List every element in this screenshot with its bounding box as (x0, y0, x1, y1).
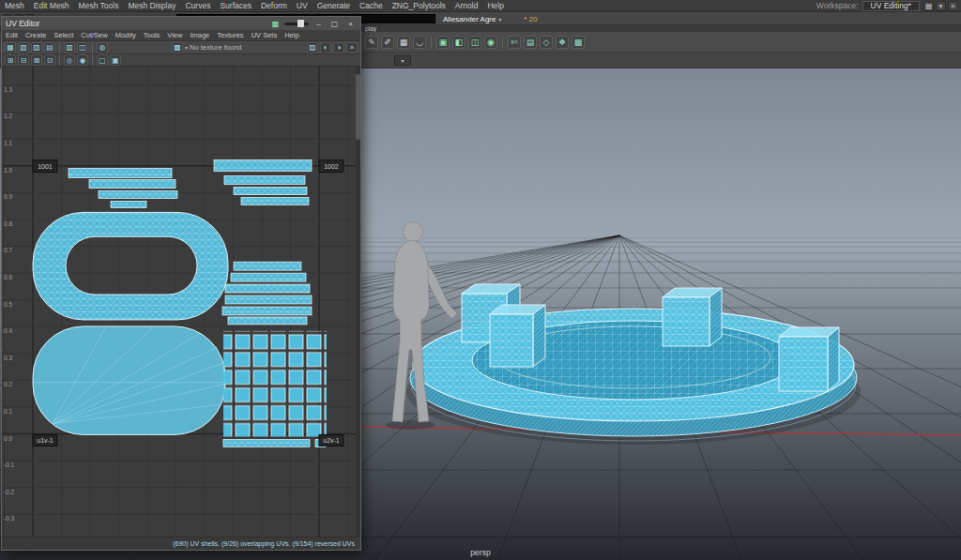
uv-tile-icon[interactable]: ▢ (97, 54, 108, 66)
svg-text:-0.1: -0.1 (4, 462, 15, 468)
uv-distortion-shader-icon[interactable]: ◍ (97, 42, 108, 53)
svg-text:-0.2: -0.2 (4, 489, 15, 495)
figure-head (404, 222, 423, 242)
snap-magnet-icon[interactable]: ◡ (413, 36, 426, 49)
clock-icon: ◔ (522, 13, 527, 24)
uv-base-shell[interactable] (33, 326, 225, 435)
uv-planar-map-icon[interactable]: ◧ (452, 36, 465, 49)
renderer-combo-value: Aliesander Agre (443, 15, 496, 23)
uv-optimize-icon[interactable]: ❖ (556, 36, 569, 49)
uv-pin-icon[interactable]: ▥ (64, 42, 75, 53)
menu-icon[interactable]: ≡ (948, 1, 958, 11)
svg-text:1002: 1002 (324, 163, 339, 170)
bookmark-icon[interactable]: ▾ (936, 1, 946, 11)
separator (431, 37, 432, 48)
viewport-menu-fragment[interactable]: play (365, 25, 376, 32)
workspace-icons: ▦▾≡ (923, 1, 958, 11)
uv-gamma-icon[interactable]: ◑ (333, 42, 344, 53)
pencil-tool-icon[interactable]: ✎ (365, 36, 378, 49)
fountain-pillar[interactable] (490, 305, 545, 367)
uv-view-shade-icon[interactable]: ⊡ (44, 54, 55, 66)
uv-options-icon[interactable]: ▩ (270, 19, 281, 28)
svg-text:1.0: 1.0 (4, 167, 12, 174)
menu-item[interactable]: Generate (313, 0, 355, 12)
uv-view-border-icon[interactable]: ⊠ (31, 54, 42, 66)
menu-item[interactable]: Mesh (0, 0, 29, 12)
texture-checker-icon[interactable]: ▩ (172, 42, 183, 53)
uv-lattice-tool-icon[interactable]: ▦ (5, 42, 16, 53)
uv-layout-icon[interactable]: ▩ (572, 36, 585, 49)
uv-grab-icon[interactable]: ▤ (44, 42, 55, 53)
uv-scrollbar[interactable] (356, 67, 360, 537)
uv-menu-item[interactable]: Tools (140, 31, 164, 39)
uv-menu-item[interactable]: Modify (112, 31, 140, 39)
uv-view-grid-icon[interactable]: ⊞ (5, 54, 16, 66)
minimize-button[interactable]: – (313, 19, 325, 29)
uv-unfold-icon[interactable]: ◇ (540, 36, 553, 49)
uv-cube-map-icon[interactable]: ▣ (436, 36, 450, 49)
chevron-down-icon: ▾ (185, 44, 188, 51)
uv-menu-item[interactable]: Create (22, 31, 51, 39)
layout-grid-icon[interactable]: ▦ (923, 1, 934, 11)
menu-item[interactable]: Arnold (450, 0, 483, 12)
main-menubar: MeshEdit MeshMesh ToolsMesh DisplayCurve… (0, 0, 961, 12)
uv-editor-menubar: EditCreateSelectCut/SewModifyToolsViewIm… (2, 30, 360, 41)
uv-menu-item[interactable]: Image (186, 31, 213, 39)
uv-scrollbar-handle[interactable] (356, 74, 360, 140)
svg-text:u1v-1: u1v-1 (37, 437, 53, 444)
menu-item[interactable]: Deform (256, 0, 292, 12)
menu-item[interactable]: Cache (355, 0, 388, 12)
uv-menu-item[interactable]: Help (281, 31, 302, 39)
uv-move-sew-icon[interactable]: ▧ (18, 42, 29, 53)
maximize-button[interactable]: ▢ (328, 19, 341, 29)
uv-pin-all-icon[interactable]: ◫ (77, 42, 88, 53)
menu-item[interactable]: Curves (180, 0, 215, 12)
uv-view-checker-icon[interactable]: ⊟ (18, 54, 29, 66)
uv-cut-icon[interactable]: ✄ (508, 36, 521, 49)
menu-item[interactable]: Mesh Tools (74, 0, 124, 12)
uv-menu-item[interactable]: View (163, 31, 186, 39)
renderer-combo[interactable]: Aliesander Agre ▾ (443, 13, 502, 24)
uv-image-icon[interactable]: ▨ (307, 42, 318, 53)
uv-menu-item[interactable]: Select (50, 31, 77, 39)
menu-item[interactable]: ZNG_Polytools (388, 0, 450, 12)
texture-combo[interactable]: ▩ ▾ No texture found (172, 42, 241, 53)
uv-highlight-icon[interactable]: ◉ (77, 54, 88, 66)
uv-canvas[interactable]: 1.31.21.11.00.90.80.70.60.50.40.30.20.10… (2, 67, 360, 537)
svg-text:0.9: 0.9 (4, 193, 12, 200)
workspace-label: Workspace: (816, 1, 859, 10)
uv-shells[interactable] (33, 160, 327, 447)
uv-sew-icon[interactable]: ▤ (524, 36, 537, 49)
marker-tool-icon[interactable]: ✐ (381, 36, 394, 49)
menu-item[interactable]: Help (482, 0, 508, 12)
close-button[interactable]: × (344, 19, 357, 29)
uv-ring-shell[interactable] (33, 212, 228, 320)
menu-item[interactable]: Edit Mesh (29, 0, 74, 12)
timer-widget[interactable]: ◔ 20 (522, 13, 538, 24)
svg-text:0.1: 0.1 (4, 408, 12, 415)
uv-cylinder-map-icon[interactable]: ◫ (468, 36, 481, 49)
uv-exposure-icon[interactable]: ◐ (320, 42, 331, 53)
uv-smudge-icon[interactable]: ▨ (31, 42, 42, 53)
menu-item[interactable]: Surfaces (215, 0, 256, 12)
uv-editor-titlebar[interactable]: UV Editor ▩ – ▢ × (2, 17, 360, 30)
uv-menu-item[interactable]: UV Sets (248, 31, 282, 39)
uv-isolate-icon[interactable]: ◎ (64, 54, 75, 66)
uv-menu-item[interactable]: Cut/Sew (77, 31, 111, 39)
uv-opacity-slider[interactable] (284, 23, 309, 25)
menu-item[interactable]: Mesh Display (123, 0, 180, 12)
workspace-selector[interactable]: UV Editing* (862, 1, 920, 11)
uv-square-shells[interactable] (223, 331, 327, 437)
fountain-pillar[interactable] (663, 288, 722, 346)
overflow-icon[interactable]: » (346, 42, 358, 53)
udim-label-1001: 1001 (33, 160, 57, 173)
menu-item[interactable]: UV (292, 0, 313, 12)
lattice-icon[interactable]: ▦ (397, 36, 410, 49)
uv-sphere-map-icon[interactable]: ◉ (484, 36, 497, 49)
viewport-dropdown[interactable]: ▾ (394, 55, 411, 66)
uv-menu-item[interactable]: Textures (213, 31, 247, 39)
uv-menu-item[interactable]: Edit (2, 31, 22, 39)
fountain-pillar[interactable] (779, 327, 839, 391)
separator (59, 42, 60, 53)
uv-texel-icon[interactable]: ▣ (110, 54, 121, 66)
